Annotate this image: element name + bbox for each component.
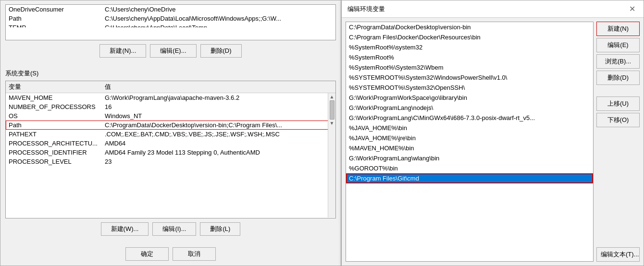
dialog-delete-button[interactable]: 删除(D) bbox=[596, 71, 640, 85]
path-item[interactable]: C:\ProgramData\DockerDesktop\version-bin bbox=[346, 22, 593, 32]
ok-button[interactable]: 确定 bbox=[125, 247, 169, 261]
dialog-edit-text-button[interactable]: 编辑文本(T)... bbox=[596, 247, 640, 262]
dialog-titlebar: 编辑环境变量 ✕ bbox=[342, 0, 644, 18]
path-item[interactable]: C:\Program Files\Docker\Docker\Resources… bbox=[346, 32, 593, 42]
path-item[interactable]: %MAVEN_HOME%\bin bbox=[346, 143, 593, 153]
user-vars-buttons: 新建(N)... 编辑(E)... 删除(D) bbox=[5, 40, 336, 61]
system-vars-title: 系统变量(S) bbox=[5, 69, 336, 78]
scrollbar[interactable]: ▲ ▼ bbox=[328, 93, 335, 218]
path-item[interactable]: %JAVA_HOME%\jre\bin bbox=[346, 133, 593, 143]
dialog-move-up-button[interactable]: 上移(U) bbox=[596, 97, 640, 111]
user-new-button[interactable]: 新建(N)... bbox=[99, 44, 146, 58]
spacer bbox=[596, 87, 640, 95]
dialog-browse-button[interactable]: 浏览(B)... bbox=[596, 54, 640, 69]
path-list[interactable]: C:\ProgramData\DockerDesktop\version-bin… bbox=[346, 22, 594, 262]
path-item[interactable]: %SystemRoot%\system32 bbox=[346, 42, 593, 52]
user-vars-table: OneDriveConsumer C:\Users\cheny\OneDrive… bbox=[5, 4, 336, 40]
cancel-button[interactable]: 取消 bbox=[173, 247, 216, 261]
system-vars-buttons: 新建(W)... 编辑(I)... 删除(L) bbox=[5, 218, 336, 240]
left-panel: OneDriveConsumer C:\Users\cheny\OneDrive… bbox=[0, 0, 341, 266]
table-row[interactable]: PROCESSOR_IDENTIFIER AMD64 Family 23 Mod… bbox=[6, 148, 335, 157]
user-delete-button[interactable]: 删除(D) bbox=[200, 44, 242, 58]
dialog-body: C:\ProgramData\DockerDesktop\version-bin… bbox=[342, 18, 644, 266]
table-row[interactable]: PROCESSOR_ARCHITECTU... AMD64 bbox=[6, 139, 335, 148]
system-vars-section: 系统变量(S) 变量 值 MAVEN_HOME G:\Work\ProgramL… bbox=[0, 65, 341, 243]
path-item[interactable]: %SYSTEMROOT%\System32\WindowsPowerShell\… bbox=[346, 73, 593, 83]
dialog-title: 编辑环境变量 bbox=[347, 5, 385, 13]
path-item[interactable]: %SYSTEMROOT%\System32\OpenSSH\ bbox=[346, 83, 593, 93]
system-new-button[interactable]: 新建(W)... bbox=[101, 222, 149, 236]
system-edit-button[interactable]: 编辑(I)... bbox=[152, 222, 196, 236]
path-item-selected[interactable]: C:\Program Files\Git\cmd bbox=[346, 173, 593, 183]
system-delete-button[interactable]: 删除(L) bbox=[200, 222, 240, 236]
dialog-move-down-button[interactable]: 下移(O) bbox=[596, 113, 640, 127]
path-item[interactable]: G:\Work\ProgramLang\C\MinGWx64\i686-7.3.… bbox=[346, 113, 593, 123]
user-vars-body[interactable]: OneDriveConsumer C:\Users\cheny\OneDrive… bbox=[6, 5, 335, 27]
user-vars-section: OneDriveConsumer C:\Users\cheny\OneDrive… bbox=[0, 0, 341, 65]
dialog-action-buttons: 新建(N) 编辑(E) 浏览(B)... 删除(D) 上移(U) 下移(O) 编… bbox=[596, 22, 640, 262]
dialog-new-button[interactable]: 新建(N) bbox=[596, 22, 640, 36]
path-item[interactable]: G:\Work\ProgramLang\nodejs\ bbox=[346, 103, 593, 113]
path-item[interactable]: %JAVA_HOME%\bin bbox=[346, 123, 593, 133]
table-row[interactable]: PATHEXT .COM;.EXE;.BAT;.CMD;.VBS;.VBE;.J… bbox=[6, 130, 335, 139]
table-row[interactable]: MAVEN_HOME G:\Work\ProgramLang\java\apac… bbox=[6, 93, 335, 102]
table-row[interactable]: PROCESSOR_LEVEL 23 bbox=[6, 157, 335, 166]
table-row[interactable]: NUMBER_OF_PROCESSORS 16 bbox=[6, 102, 335, 111]
user-edit-button[interactable]: 编辑(E)... bbox=[150, 44, 196, 58]
table-row[interactable]: Path C:\Users\cheny\AppData\Local\Micros… bbox=[6, 14, 335, 23]
footer-buttons: 确定 取消 bbox=[0, 243, 341, 266]
table-row[interactable]: OS Windows_NT bbox=[6, 111, 335, 121]
spacer2 bbox=[596, 129, 640, 245]
system-vars-header: 变量 值 bbox=[6, 81, 335, 93]
header-var: 变量 bbox=[9, 83, 105, 91]
path-item[interactable]: G:\Work\ProgramLang\wlang\bin bbox=[346, 153, 593, 163]
edit-env-dialog: 编辑环境变量 ✕ C:\ProgramData\DockerDesktop\ve… bbox=[341, 0, 644, 266]
table-row-path[interactable]: Path C:\ProgramData\DockerDesktop\versio… bbox=[6, 121, 335, 130]
table-row[interactable]: TEMP C:\Users\cheny\AppData\Local\Temp bbox=[6, 23, 335, 27]
path-item[interactable]: %SystemRoot%\System32\Wbem bbox=[346, 62, 593, 73]
table-row[interactable]: OneDriveConsumer C:\Users\cheny\OneDrive bbox=[6, 5, 335, 14]
dialog-edit-button[interactable]: 编辑(E) bbox=[596, 38, 640, 52]
close-button[interactable]: ✕ bbox=[626, 3, 638, 15]
system-vars-table: 变量 值 MAVEN_HOME G:\Work\ProgramLang\java… bbox=[5, 81, 336, 218]
path-item[interactable]: %GOROOT%\bin bbox=[346, 163, 593, 173]
path-item[interactable]: %SystemRoot% bbox=[346, 52, 593, 62]
system-vars-body[interactable]: MAVEN_HOME G:\Work\ProgramLang\java\apac… bbox=[6, 93, 335, 218]
header-val: 值 bbox=[105, 83, 333, 91]
path-item[interactable]: G:\Work\ProgramWorkSpace\go\library\bin bbox=[346, 93, 593, 103]
